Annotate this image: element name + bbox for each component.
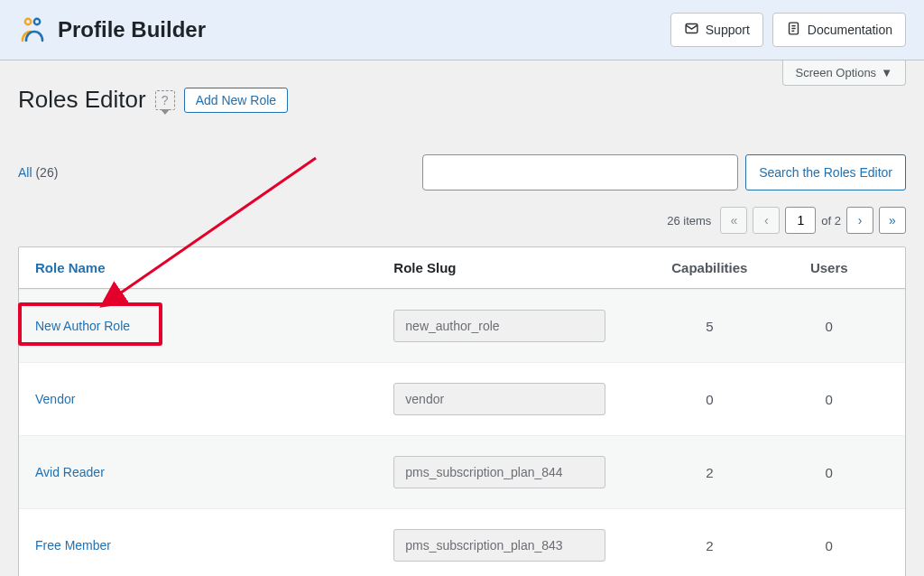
items-count-label: 26 items xyxy=(667,214,711,228)
filter-all[interactable]: All (26) xyxy=(18,165,58,180)
role-capabilities-value: 0 xyxy=(650,392,769,407)
role-capabilities-value: 5 xyxy=(650,319,769,334)
col-header-users: Users xyxy=(770,260,889,275)
add-new-role-button[interactable]: Add New Role xyxy=(184,88,289,113)
pager-first-button[interactable]: « xyxy=(720,207,747,234)
filter-all-label: All xyxy=(18,165,32,180)
pager-next-button[interactable]: › xyxy=(846,207,873,234)
brand-logo-icon xyxy=(18,15,47,44)
pagination-row: 26 items « ‹ of 2 › » xyxy=(18,207,906,234)
svg-point-1 xyxy=(34,19,40,24)
table-row: Vendor vendor 0 0 xyxy=(19,362,905,435)
role-capabilities-value: 2 xyxy=(650,538,769,553)
role-users-value: 0 xyxy=(770,465,889,480)
screen-options-button[interactable]: Screen Options ▼ xyxy=(782,60,906,86)
page-body: Screen Options ▼ Roles Editor ? Add New … xyxy=(0,60,924,576)
table-header: Role Name Role Slug Capabilities Users xyxy=(19,247,905,289)
role-users-value: 0 xyxy=(770,319,889,334)
brand: Profile Builder xyxy=(18,15,206,44)
top-bar: Profile Builder Support Documentation xyxy=(0,0,924,60)
search-button[interactable]: Search the Roles Editor xyxy=(745,154,906,190)
role-slug-value: pms_subscription_plan_843 xyxy=(393,529,605,562)
role-users-value: 0 xyxy=(770,538,889,553)
role-name-link[interactable]: New Author Role xyxy=(35,319,130,333)
mail-icon xyxy=(684,21,699,39)
table-row: Free Member pms_subscription_plan_843 2 … xyxy=(19,508,905,576)
roles-table: Role Name Role Slug Capabilities Users N… xyxy=(18,246,906,576)
table-row: New Author Role new_author_role 5 0 xyxy=(19,289,905,362)
pager-prev-button[interactable]: ‹ xyxy=(753,207,780,234)
role-name-link[interactable]: Vendor xyxy=(35,392,75,406)
role-name-link[interactable]: Free Member xyxy=(35,538,111,553)
role-name-link[interactable]: Avid Reader xyxy=(35,465,105,479)
role-slug-value: vendor xyxy=(393,383,605,415)
svg-point-0 xyxy=(25,19,31,24)
role-capabilities-value: 2 xyxy=(650,465,769,480)
pager-of-label: of 2 xyxy=(821,214,841,228)
filter-all-count: (26) xyxy=(35,165,58,180)
pager: « ‹ of 2 › » xyxy=(720,207,906,234)
document-icon xyxy=(786,21,801,39)
documentation-label: Documentation xyxy=(808,23,892,37)
pager-page-input[interactable] xyxy=(785,207,816,234)
filter-row: All (26) Search the Roles Editor xyxy=(18,154,906,190)
heading-row: Roles Editor ? Add New Role xyxy=(18,86,906,114)
help-icon[interactable]: ? xyxy=(155,90,175,110)
chevron-down-icon: ▼ xyxy=(881,66,892,79)
support-label: Support xyxy=(706,23,750,37)
documentation-button[interactable]: Documentation xyxy=(772,13,906,47)
topbar-actions: Support Documentation xyxy=(670,13,906,47)
brand-title: Profile Builder xyxy=(58,17,206,42)
role-slug-value: pms_subscription_plan_844 xyxy=(393,456,605,488)
role-users-value: 0 xyxy=(770,392,889,407)
table-row: Avid Reader pms_subscription_plan_844 2 … xyxy=(19,435,905,508)
col-header-capabilities: Capabilities xyxy=(650,260,769,275)
role-slug-value: new_author_role xyxy=(393,310,605,342)
search-input[interactable] xyxy=(422,154,738,190)
col-header-name[interactable]: Role Name xyxy=(35,260,393,275)
pager-last-button[interactable]: » xyxy=(879,207,906,234)
page-title: Roles Editor xyxy=(18,86,146,114)
screen-options-label: Screen Options xyxy=(796,66,877,79)
search-group: Search the Roles Editor xyxy=(422,154,906,190)
col-header-slug: Role Slug xyxy=(393,260,650,275)
support-button[interactable]: Support xyxy=(670,13,763,47)
